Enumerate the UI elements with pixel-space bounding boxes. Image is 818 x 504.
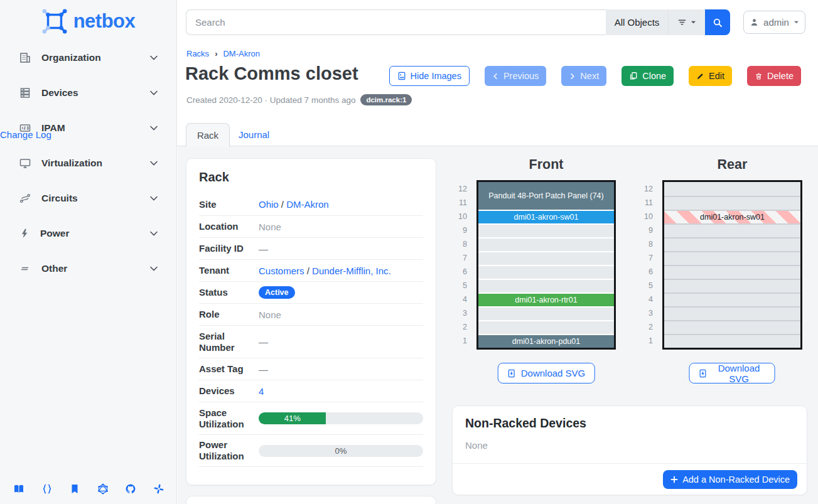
sidebar-item-other[interactable]: Other (19, 260, 159, 277)
non-racked-devices-card: Non-Racked Devices None Add a Non-Racked… (452, 405, 807, 495)
rear-unit-label-7: 7 (629, 251, 653, 265)
rear-empty-slot-u12[interactable] (664, 182, 800, 196)
rear-empty-slot-u9[interactable] (664, 225, 800, 237)
rear-empty-slot-u7[interactable] (664, 252, 800, 265)
breadcrumb-link-racks[interactable]: Racks (186, 49, 209, 58)
search-submit-button[interactable] (705, 9, 730, 35)
page-title: Rack Comms closet (185, 63, 358, 84)
site-link-ohio[interactable]: Ohio (259, 199, 279, 210)
front-device-dmi01-akron-pdu01[interactable]: dmi01-akron-pdu01 (478, 335, 614, 348)
front-empty-slot-u3[interactable] (478, 308, 614, 320)
chevron-down-icon (149, 158, 159, 168)
copy-icon (629, 72, 638, 80)
device-label: dmi01-akron-sw01 (700, 213, 765, 222)
clone-button[interactable]: Clone (622, 66, 674, 86)
sidebar-item-devices[interactable]: Devices (19, 84, 159, 102)
next-button[interactable]: Next (561, 66, 606, 86)
tab-journal[interactable]: Journal (234, 123, 274, 146)
breadcrumb: Racks›DM-Akron (186, 49, 260, 58)
rear-empty-slot-u2[interactable] (664, 321, 800, 334)
rear-empty-slot-u4[interactable] (664, 294, 800, 306)
front-empty-slot-u5[interactable] (478, 280, 614, 292)
edit-button[interactable]: Edit (689, 66, 732, 86)
transit-icon (19, 192, 31, 205)
plus-icon (670, 476, 678, 483)
front-device-dmi01-akron-sw01[interactable]: dmi01-akron-sw01 (478, 211, 614, 223)
device-label: dmi01-akron-pdu01 (512, 337, 580, 346)
sidebar-item-label: Virtualization (41, 158, 102, 169)
front-empty-slot-u7[interactable] (478, 252, 614, 265)
front-unit-label-8: 8 (443, 237, 467, 251)
sidebar-item-label: Organization (41, 52, 101, 63)
front-device-dmi01-akron-rtr01[interactable]: dmi01-akron-rtr01 (478, 294, 614, 306)
search-icon (713, 18, 723, 28)
info-row-facility-id: Facility ID— (199, 237, 423, 259)
tab-label: Journal (239, 129, 269, 140)
graphql-icon[interactable] (97, 483, 109, 495)
building-icon (19, 51, 31, 64)
add-non-racked-device-button[interactable]: Add a Non-Racked Device (663, 470, 797, 489)
download-svg-front-label: Download SVG (521, 368, 586, 378)
download-svg-front-button[interactable]: Download SVG (498, 363, 595, 383)
netbox-logo[interactable]: netbox (0, 5, 176, 38)
tab-change-log[interactable]: Change Log (0, 123, 51, 146)
info-value: — (259, 364, 423, 375)
sidebar-item-circuits[interactable]: Circuits (19, 190, 159, 207)
netbox-logo-icon (41, 8, 68, 35)
search-scope-button[interactable]: All Objects (606, 9, 668, 35)
front-device-panduit-48-port-patch-panel-74-[interactable]: Panduit 48-Port Patch Panel (74) (478, 182, 614, 210)
rear-unit-label-12: 12 (629, 182, 653, 196)
info-label: Role (199, 309, 259, 320)
rear-empty-slot-u8[interactable] (664, 239, 800, 251)
front-unit-label-12: 12 (443, 182, 467, 196)
delete-button[interactable]: Delete (747, 66, 801, 86)
rear-unit-label-11: 11 (629, 196, 653, 210)
slack-icon[interactable] (153, 483, 165, 495)
front-empty-slot-u6[interactable] (478, 266, 614, 279)
chevron-down-icon (149, 123, 159, 133)
sidebar-item-label: Power (40, 228, 70, 239)
rest-api-braces-icon[interactable] (41, 483, 53, 495)
devices-count-link[interactable]: 4 (259, 386, 264, 397)
rear-device-dmi01-akron-sw01[interactable]: dmi01-akron-sw01 (664, 211, 800, 223)
info-label: Devices (199, 385, 259, 397)
site-link-dm-akron[interactable]: DM-Akron (286, 199, 329, 210)
sidebar-item-virtualization[interactable]: Virtualization (19, 154, 159, 172)
rear-elevation-title: Rear (662, 157, 802, 173)
front-empty-slot-u9[interactable] (478, 225, 614, 237)
front-unit-label-6: 6 (443, 265, 467, 279)
rear-unit-label-10: 10 (629, 210, 653, 223)
lines-icon (19, 262, 31, 275)
api-docs-bookmark-icon[interactable] (68, 483, 81, 495)
sidebar-item-power[interactable]: Power (19, 225, 159, 242)
info-row-tenant: TenantCustomers / Dunder-Mifflin, Inc. (199, 259, 423, 281)
rear-empty-slot-u11[interactable] (664, 197, 800, 210)
breadcrumb-link-dm-akron[interactable]: DM-Akron (223, 49, 260, 58)
search-filter-dropdown[interactable] (668, 9, 705, 35)
front-empty-slot-u2[interactable] (478, 321, 614, 334)
tenant-link-dunder-mifflin-inc-[interactable]: Dunder-Mifflin, Inc. (312, 265, 391, 276)
user-menu-button[interactable]: admin (743, 11, 805, 34)
github-icon[interactable] (124, 483, 137, 495)
previous-button[interactable]: Previous (485, 66, 546, 86)
front-unit-label-3: 3 (443, 306, 467, 320)
rear-empty-slot-u3[interactable] (664, 308, 800, 320)
search-input[interactable] (186, 9, 606, 35)
info-value: Ohio / DM-Akron (259, 199, 423, 210)
download-svg-rear-button[interactable]: Download SVG (689, 363, 775, 383)
rear-empty-slot-u6[interactable] (664, 266, 800, 279)
device-label: dmi01-akron-rtr01 (515, 296, 577, 304)
rear-empty-slot-u5[interactable] (664, 280, 800, 292)
rear-unit-label-9: 9 (629, 223, 653, 237)
docs-book-icon[interactable] (13, 483, 25, 495)
info-row-status: StatusActive (199, 281, 423, 303)
trash-icon (755, 72, 763, 80)
sidebar-item-organization[interactable]: Organization (19, 49, 159, 67)
front-empty-slot-u8[interactable] (478, 239, 614, 251)
tab-rack[interactable]: Rack (186, 123, 230, 147)
tenant-link-customers[interactable]: Customers (259, 265, 304, 276)
front-rack-elevation: Panduit 48-Port Patch Panel (74)dmi01-ak… (476, 180, 616, 350)
rear-empty-slot-u1[interactable] (664, 335, 800, 348)
non-racked-empty-text: None (465, 440, 794, 451)
hide-images-button[interactable]: Hide Images (389, 66, 470, 86)
